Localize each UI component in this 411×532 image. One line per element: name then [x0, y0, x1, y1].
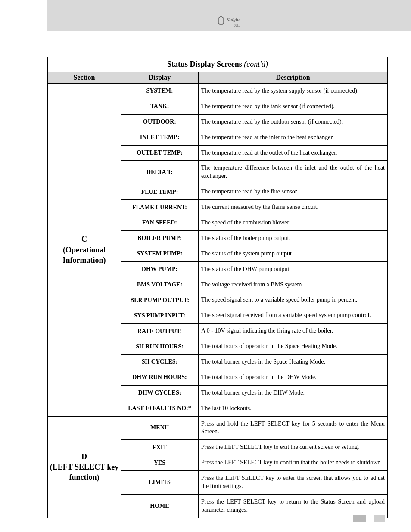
brand-logo: Knight XL	[218, 16, 248, 28]
table-row: D(LEFT SELECT key function)MENUPress and…	[48, 416, 388, 440]
display-cell: FLAME CURRENT:	[121, 200, 199, 215]
display-cell: LIMITS	[121, 471, 199, 495]
description-cell: The total hours of operation in the Spac…	[199, 339, 388, 355]
display-cell: TANK:	[121, 99, 199, 114]
table-title-contd: (cont'd)	[244, 60, 268, 68]
description-cell: The speed signal sent to a variable spee…	[199, 292, 388, 308]
description-cell: The temperature difference between the i…	[199, 161, 388, 184]
description-cell: Press the LEFT SELECT key to confirm tha…	[199, 455, 388, 471]
display-cell: INLET TEMP:	[121, 130, 199, 145]
table-title-text: Status Display Screens	[167, 60, 242, 68]
display-cell: HOME	[121, 494, 199, 518]
display-cell: LAST 10 FAULTS NO:*	[121, 401, 199, 416]
display-cell: SH CYCLES:	[121, 355, 199, 370]
display-cell: MENU	[121, 416, 199, 440]
display-cell: YES	[121, 455, 199, 471]
page-header-bar: Knight XL	[47, 0, 411, 31]
description-cell: The temperature read at the outlet of th…	[199, 145, 388, 161]
description-cell: Press the LEFT SELECT key to return to t…	[199, 494, 388, 518]
footer-bar-2	[374, 515, 385, 522]
svg-text:Knight: Knight	[226, 17, 240, 22]
description-cell: The temperature read by the tank sensor …	[199, 99, 388, 114]
section-label-line: C	[48, 234, 120, 244]
description-cell: The temperature read by the outdoor sens…	[199, 114, 388, 130]
display-cell: BMS VOLTAGE:	[121, 277, 199, 292]
page-content: Status Display Screens (cont'd) Section …	[0, 31, 411, 531]
display-cell: SYSTEM:	[121, 84, 199, 99]
description-cell: A 0 - 10V signal indicating the firing r…	[199, 324, 388, 339]
table-title-row: Status Display Screens (cont'd)	[48, 57, 388, 72]
description-cell: The total burner cycles in the DHW Mode.	[199, 385, 388, 401]
display-cell: FAN SPEED:	[121, 215, 199, 231]
display-cell: RATE OUTPUT:	[121, 324, 199, 339]
section-cell: D(LEFT SELECT key function)	[48, 416, 121, 518]
col-header-description: Description	[199, 72, 388, 84]
description-cell: The speed of the combustion blower.	[199, 215, 388, 231]
display-cell: SYSTEM PUMP:	[121, 246, 199, 261]
display-cell: DHW CYCLES:	[121, 385, 199, 401]
display-cell: FLUE TEMP:	[121, 184, 199, 200]
col-header-display: Display	[121, 72, 199, 84]
description-cell: The temperature read by the flue sensor.	[199, 184, 388, 200]
table-header-row: Section Display Description	[48, 72, 388, 84]
description-cell: The temperature read by the system suppl…	[199, 84, 388, 99]
description-cell: The voltage received from a BMS system.	[199, 277, 388, 292]
display-cell: DELTA T:	[121, 161, 199, 184]
display-cell: BOILER PUMP:	[121, 230, 199, 246]
section-label-line: (LEFT SELECT key function)	[48, 462, 120, 483]
description-cell: The last 10 lockouts.	[199, 401, 388, 416]
description-cell: The total burner cycles in the Space Hea…	[199, 355, 388, 370]
page-footer-marks	[353, 515, 385, 522]
description-cell: Press the LEFT SELECT key to exit the cu…	[199, 440, 388, 455]
display-cell: OUTLET TEMP:	[121, 145, 199, 161]
section-cell: C(Operational Information)	[48, 84, 121, 417]
svg-text:XL: XL	[234, 23, 240, 28]
display-cell: DHW RUN HOURS:	[121, 370, 199, 385]
description-cell: The speed signal received from a variabl…	[199, 308, 388, 324]
description-cell: Press and hold the LEFT SELECT key for 5…	[199, 416, 388, 440]
display-cell: SH RUN HOURS:	[121, 339, 199, 355]
description-cell: The current measured by the flame sense …	[199, 200, 388, 215]
col-header-section: Section	[48, 72, 121, 84]
table-row: C(Operational Information)SYSTEM:The tem…	[48, 84, 388, 99]
table-title: Status Display Screens (cont'd)	[48, 57, 388, 72]
section-label-line: D	[48, 451, 120, 462]
display-cell: BLR PUMP OUTPUT:	[121, 292, 199, 308]
description-cell: The temperature read at the inlet to the…	[199, 130, 388, 145]
section-label-line: (Operational Information)	[48, 245, 120, 266]
display-cell: DHW PUMP:	[121, 261, 199, 277]
footer-bar-1	[353, 515, 366, 522]
description-cell: The total hours of operation in the DHW …	[199, 370, 388, 385]
display-cell: SYS PUMP INPUT:	[121, 308, 199, 324]
display-cell: OUTDOOR:	[121, 114, 199, 130]
description-cell: The status of the DHW pump output.	[199, 261, 388, 277]
description-cell: The status of the system pump output.	[199, 246, 388, 261]
display-cell: EXIT	[121, 440, 199, 455]
description-cell: Press the LEFT SELECT key to enter the s…	[199, 471, 388, 495]
description-cell: The status of the boiler pump output.	[199, 230, 388, 246]
status-display-table: Status Display Screens (cont'd) Section …	[47, 57, 388, 518]
